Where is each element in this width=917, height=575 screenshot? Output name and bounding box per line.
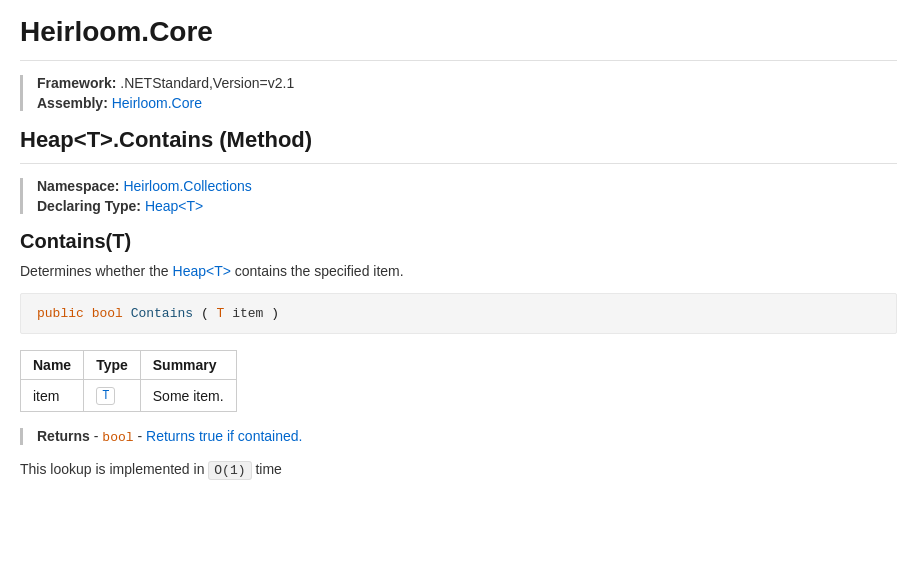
description-rest: contains the specified item.	[235, 263, 404, 279]
title-divider	[20, 60, 897, 61]
type-badge: T	[96, 387, 115, 405]
param-summary-cell: Some item.	[140, 380, 236, 412]
returns-text-link[interactable]: Returns true if contained.	[146, 428, 302, 444]
footnote-code: O(1)	[208, 461, 251, 480]
description-heap-link[interactable]: Heap<T>	[173, 263, 231, 279]
param-name-cell: item	[21, 380, 84, 412]
footnote-suffix: time	[255, 461, 281, 477]
param-type-cell: T	[84, 380, 141, 412]
framework-info-block: Framework: .NETStandard,Version=v2.1 Ass…	[20, 75, 897, 111]
declaring-label: Declaring Type:	[37, 198, 145, 214]
code-param-name: item	[232, 306, 263, 321]
page-title: Heirloom.Core	[20, 16, 897, 48]
framework-value: .NETStandard,Version=v2.1	[120, 75, 294, 91]
namespace-link[interactable]: Heirloom.Collections	[123, 178, 251, 194]
returns-block: Returns - bool - Returns true if contain…	[20, 428, 897, 445]
returns-label: Returns	[37, 428, 90, 444]
code-block: public bool Contains ( T item )	[20, 293, 897, 334]
footnote: This lookup is implemented in O(1) time	[20, 461, 897, 478]
table-row: item T Some item.	[21, 380, 237, 412]
namespace-label: Namespace:	[37, 178, 123, 194]
assembly-label: Assembly:	[37, 95, 112, 111]
code-paren-close: )	[271, 306, 279, 321]
code-paren-open: (	[201, 306, 209, 321]
code-keyword: public	[37, 306, 84, 321]
col-header-type: Type	[84, 351, 141, 380]
params-table-body: item T Some item.	[21, 380, 237, 412]
framework-label: Framework:	[37, 75, 116, 91]
namespace-info-block: Namespace: Heirloom.Collections Declarin…	[20, 178, 897, 214]
method-heading: Heap<T>.Contains (Method)	[20, 127, 897, 153]
method-divider	[20, 163, 897, 164]
namespace-line: Namespace: Heirloom.Collections	[37, 178, 897, 194]
params-table: Name Type Summary item T Some item.	[20, 350, 237, 412]
code-return-type: bool	[92, 306, 123, 321]
params-table-header-row: Name Type Summary	[21, 351, 237, 380]
description-prefix: Determines whether the	[20, 263, 173, 279]
returns-type: bool	[102, 430, 133, 445]
code-param-type: T	[217, 306, 225, 321]
framework-line: Framework: .NETStandard,Version=v2.1	[37, 75, 897, 91]
col-header-summary: Summary	[140, 351, 236, 380]
assembly-line: Assembly: Heirloom.Core	[37, 95, 897, 111]
description-text: Determines whether the Heap<T> contains …	[20, 263, 897, 279]
params-table-head: Name Type Summary	[21, 351, 237, 380]
declaring-link[interactable]: Heap<T>	[145, 198, 203, 214]
code-method-name: Contains	[131, 306, 193, 321]
col-header-name: Name	[21, 351, 84, 380]
method-section: Heap<T>.Contains (Method)	[20, 127, 897, 164]
declaring-line: Declaring Type: Heap<T>	[37, 198, 897, 214]
returns-sep2: -	[137, 428, 146, 444]
footnote-prefix: This lookup is implemented in	[20, 461, 204, 477]
method-name: Contains(T)	[20, 230, 897, 253]
assembly-link[interactable]: Heirloom.Core	[112, 95, 202, 111]
